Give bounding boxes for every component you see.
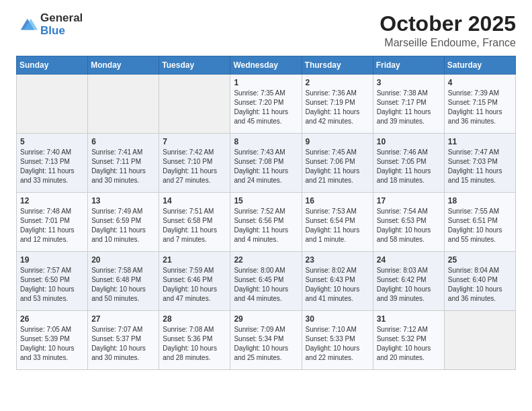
calendar-cell: 17Sunrise: 7:54 AM Sunset: 6:53 PM Dayli… [373, 193, 444, 252]
calendar-cell: 1Sunrise: 7:35 AM Sunset: 7:20 PM Daylig… [230, 75, 302, 134]
calendar-cell: 22Sunrise: 8:00 AM Sunset: 6:45 PM Dayli… [230, 252, 302, 311]
calendar-cell: 29Sunrise: 7:09 AM Sunset: 5:34 PM Dayli… [230, 311, 302, 370]
col-sunday: Sunday [17, 56, 88, 75]
day-number: 7 [163, 137, 226, 146]
day-info: Sunrise: 7:43 AM Sunset: 7:08 PM Dayligh… [234, 148, 298, 185]
col-saturday: Saturday [444, 56, 515, 75]
page: General Blue October 2025 Marseille Endo… [0, 0, 532, 411]
day-info: Sunrise: 7:39 AM Sunset: 7:15 PM Dayligh… [448, 89, 512, 126]
calendar-cell [159, 75, 230, 134]
calendar-cell: 16Sunrise: 7:53 AM Sunset: 6:54 PM Dayli… [302, 193, 373, 252]
col-monday: Monday [88, 56, 159, 75]
calendar-cell: 31Sunrise: 7:12 AM Sunset: 5:32 PM Dayli… [373, 311, 444, 370]
calendar-cell [444, 311, 515, 370]
calendar-cell: 2Sunrise: 7:36 AM Sunset: 7:19 PM Daylig… [302, 75, 373, 134]
calendar-cell: 21Sunrise: 7:59 AM Sunset: 6:46 PM Dayli… [159, 252, 230, 311]
day-number: 17 [377, 196, 441, 205]
day-info: Sunrise: 7:47 AM Sunset: 7:03 PM Dayligh… [448, 148, 512, 185]
day-info: Sunrise: 7:35 AM Sunset: 7:20 PM Dayligh… [234, 89, 298, 126]
logo-icon [16, 14, 38, 36]
calendar-subtitle: Marseille Endoume, France [380, 37, 516, 49]
calendar-cell: 24Sunrise: 8:03 AM Sunset: 6:42 PM Dayli… [373, 252, 444, 311]
day-info: Sunrise: 7:42 AM Sunset: 7:10 PM Dayligh… [163, 148, 226, 185]
calendar-table: Sunday Monday Tuesday Wednesday Thursday… [16, 56, 516, 370]
calendar-cell: 9Sunrise: 7:45 AM Sunset: 7:06 PM Daylig… [302, 134, 373, 193]
calendar-cell: 7Sunrise: 7:42 AM Sunset: 7:10 PM Daylig… [159, 134, 230, 193]
day-info: Sunrise: 8:03 AM Sunset: 6:42 PM Dayligh… [377, 266, 441, 304]
day-number: 12 [20, 196, 84, 205]
calendar-cell: 19Sunrise: 7:57 AM Sunset: 6:50 PM Dayli… [17, 252, 88, 311]
day-info: Sunrise: 7:49 AM Sunset: 6:59 PM Dayligh… [91, 207, 155, 244]
logo-text: General Blue [40, 12, 83, 37]
day-info: Sunrise: 7:54 AM Sunset: 6:53 PM Dayligh… [377, 207, 441, 244]
day-number: 3 [377, 78, 441, 87]
calendar-cell: 12Sunrise: 7:48 AM Sunset: 7:01 PM Dayli… [17, 193, 88, 252]
calendar-week-4: 19Sunrise: 7:57 AM Sunset: 6:50 PM Dayli… [17, 252, 516, 311]
day-info: Sunrise: 7:36 AM Sunset: 7:19 PM Dayligh… [306, 89, 369, 126]
day-info: Sunrise: 7:53 AM Sunset: 6:54 PM Dayligh… [306, 207, 369, 244]
day-info: Sunrise: 7:55 AM Sunset: 6:51 PM Dayligh… [448, 207, 512, 244]
day-info: Sunrise: 7:58 AM Sunset: 6:48 PM Dayligh… [91, 266, 155, 304]
day-number: 19 [20, 255, 84, 265]
day-number: 31 [377, 314, 441, 324]
calendar-cell [88, 75, 159, 134]
day-info: Sunrise: 7:52 AM Sunset: 6:56 PM Dayligh… [234, 207, 298, 244]
day-number: 6 [91, 137, 155, 146]
day-number: 21 [163, 255, 226, 265]
day-number: 23 [306, 255, 369, 265]
day-info: Sunrise: 8:02 AM Sunset: 6:43 PM Dayligh… [306, 266, 369, 304]
calendar-cell: 3Sunrise: 7:38 AM Sunset: 7:17 PM Daylig… [373, 75, 444, 134]
day-info: Sunrise: 7:12 AM Sunset: 5:32 PM Dayligh… [377, 325, 441, 363]
calendar-cell [17, 75, 88, 134]
calendar-cell: 4Sunrise: 7:39 AM Sunset: 7:15 PM Daylig… [444, 75, 515, 134]
header: General Blue October 2025 Marseille Endo… [16, 12, 516, 49]
col-tuesday: Tuesday [159, 56, 230, 75]
calendar-cell: 26Sunrise: 7:05 AM Sunset: 5:39 PM Dayli… [17, 311, 88, 370]
day-number: 28 [163, 314, 226, 324]
day-number: 29 [234, 314, 298, 324]
calendar-cell: 13Sunrise: 7:49 AM Sunset: 6:59 PM Dayli… [88, 193, 159, 252]
calendar-cell: 23Sunrise: 8:02 AM Sunset: 6:43 PM Dayli… [302, 252, 373, 311]
day-number: 14 [163, 196, 226, 205]
day-info: Sunrise: 7:08 AM Sunset: 5:36 PM Dayligh… [163, 325, 226, 363]
day-number: 10 [377, 137, 441, 146]
day-number: 15 [234, 196, 298, 205]
day-info: Sunrise: 7:48 AM Sunset: 7:01 PM Dayligh… [20, 207, 84, 244]
logo-blue-text: Blue [40, 25, 83, 38]
day-info: Sunrise: 7:05 AM Sunset: 5:39 PM Dayligh… [20, 325, 84, 363]
col-friday: Friday [373, 56, 444, 75]
day-number: 24 [377, 255, 441, 265]
header-row: Sunday Monday Tuesday Wednesday Thursday… [17, 56, 516, 75]
day-info: Sunrise: 7:45 AM Sunset: 7:06 PM Dayligh… [306, 148, 369, 185]
day-info: Sunrise: 7:10 AM Sunset: 5:33 PM Dayligh… [306, 325, 369, 363]
col-wednesday: Wednesday [230, 56, 302, 75]
day-info: Sunrise: 7:46 AM Sunset: 7:05 PM Dayligh… [377, 148, 441, 185]
calendar-cell: 10Sunrise: 7:46 AM Sunset: 7:05 PM Dayli… [373, 134, 444, 193]
logo-general-text: General [40, 12, 83, 25]
day-number: 30 [306, 314, 369, 324]
day-number: 18 [448, 196, 512, 205]
calendar-cell: 18Sunrise: 7:55 AM Sunset: 6:51 PM Dayli… [444, 193, 515, 252]
calendar-cell: 5Sunrise: 7:40 AM Sunset: 7:13 PM Daylig… [17, 134, 88, 193]
day-number: 22 [234, 255, 298, 265]
calendar-cell: 6Sunrise: 7:41 AM Sunset: 7:11 PM Daylig… [88, 134, 159, 193]
calendar-week-2: 5Sunrise: 7:40 AM Sunset: 7:13 PM Daylig… [17, 134, 516, 193]
day-number: 11 [448, 137, 512, 146]
calendar-cell: 25Sunrise: 8:04 AM Sunset: 6:40 PM Dayli… [444, 252, 515, 311]
col-thursday: Thursday [302, 56, 373, 75]
day-number: 25 [448, 255, 512, 265]
day-info: Sunrise: 7:38 AM Sunset: 7:17 PM Dayligh… [377, 89, 441, 126]
day-number: 16 [306, 196, 369, 205]
day-number: 9 [306, 137, 369, 146]
calendar-cell: 8Sunrise: 7:43 AM Sunset: 7:08 PM Daylig… [230, 134, 302, 193]
calendar-cell: 20Sunrise: 7:58 AM Sunset: 6:48 PM Dayli… [88, 252, 159, 311]
day-info: Sunrise: 7:41 AM Sunset: 7:11 PM Dayligh… [91, 148, 155, 185]
day-number: 27 [91, 314, 155, 324]
day-number: 20 [91, 255, 155, 265]
calendar-week-5: 26Sunrise: 7:05 AM Sunset: 5:39 PM Dayli… [17, 311, 516, 370]
day-info: Sunrise: 8:04 AM Sunset: 6:40 PM Dayligh… [448, 266, 512, 304]
calendar-title: October 2025 [380, 12, 516, 36]
calendar-cell: 11Sunrise: 7:47 AM Sunset: 7:03 PM Dayli… [444, 134, 515, 193]
day-info: Sunrise: 7:51 AM Sunset: 6:58 PM Dayligh… [163, 207, 226, 244]
calendar-week-1: 1Sunrise: 7:35 AM Sunset: 7:20 PM Daylig… [17, 75, 516, 134]
